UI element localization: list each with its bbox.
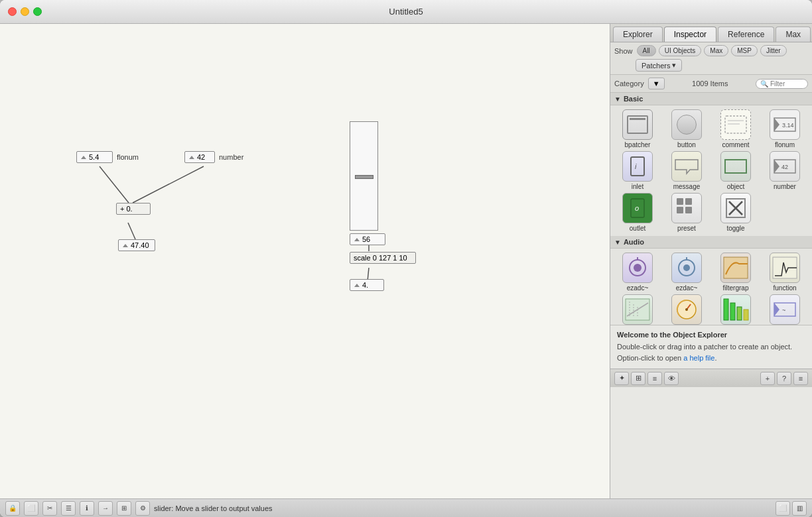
obj-gain[interactable]: gain~ [614,294,661,325]
obj-toggle[interactable]: toggle [712,193,759,232]
svg-point-28 [634,264,642,272]
slider-thumb [355,175,373,179]
filter-msp[interactable]: MSP [731,45,758,56]
tb-info[interactable]: ℹ [80,501,94,516]
items-count: 1009 Items [669,80,752,87]
number-box[interactable]: 42 [184,151,215,163]
filter-search-input[interactable] [770,80,803,87]
maximize-button[interactable] [33,7,42,16]
obj-outlet[interactable]: o outlet [614,193,661,232]
function-svg [772,256,798,280]
obj-ezadc[interactable]: ezadc~ [614,253,661,292]
tb-gear[interactable]: ⚙ [135,501,150,516]
minimize-button[interactable] [21,7,29,16]
scale-box[interactable]: scale 0 127 1 10 [350,252,416,264]
obj-flonum[interactable]: 3.14 flonum [762,109,808,148]
obj-inlet[interactable]: i inlet [614,151,661,190]
section-basic[interactable]: ▼ Basic [610,93,812,105]
rt-btn-eye[interactable]: 👁 [664,372,679,385]
comment-label: comment [722,141,749,148]
right-panel: Explorer Inspector Reference Max Show Al… [610,24,812,498]
welcome-line2-prefix: Option-click to open [617,354,683,362]
rt-btn-menu[interactable]: ≡ [793,372,808,385]
obj-ezdac[interactable]: ezdac~ [663,253,710,292]
outlet-svg: o [626,196,649,220]
rt-btn-list[interactable]: ≡ [647,372,662,385]
number-icon: 42 [770,151,800,182]
category-dropdown[interactable]: ▼ [648,78,665,89]
obj-number[interactable]: 42 number [762,151,808,190]
object-grid-scroll[interactable]: ▼ Basic bpatcher [610,93,812,325]
tab-inspector[interactable]: Inspector [664,27,716,42]
ezadc-label: ezadc~ [627,284,649,292]
filter-max[interactable]: Max [704,45,728,56]
slider-object[interactable] [350,121,378,231]
svg-rect-6 [725,116,746,133]
bpatcher-inner [627,115,648,134]
obj-filtergraph[interactable]: filtergrap [712,253,759,292]
tb-view1[interactable]: ⬜ [776,501,790,516]
section-audio[interactable]: ▼ Audio [610,236,812,249]
welcome-help-link[interactable]: a help file [683,354,714,362]
flonum-value: 5.4 [89,153,99,161]
result-box[interactable]: 47.40 [118,239,155,251]
scale-output-box[interactable]: 4. [350,279,384,291]
tb-list2[interactable]: ☰ [61,501,76,516]
meter-svg [722,298,749,321]
filter-all[interactable]: All [637,45,656,56]
plus-box[interactable]: + 0. [116,203,151,215]
obj-preset[interactable]: preset [663,193,710,232]
plus-value: + 0. [120,205,133,213]
obj-function[interactable]: function [762,253,808,292]
svg-rect-45 [737,307,742,320]
traffic-lights [8,7,42,16]
ezadc-icon [622,253,653,283]
obj-comment[interactable]: comment [712,109,759,148]
obj-button[interactable]: button [663,109,710,148]
obj-numbertilde[interactable]: ~ number~ [762,294,808,325]
function-icon [770,253,800,283]
tb-grid[interactable]: ⊞ [117,501,131,516]
button-label: button [677,141,696,148]
tb-view2[interactable]: ▥ [792,501,807,516]
svg-rect-12 [631,157,644,176]
patchers-button[interactable]: Patchers ▾ [636,59,682,72]
svg-rect-20 [677,198,683,205]
filter-jitter[interactable]: Jitter [760,45,787,56]
inlet-label: inlet [632,183,643,190]
obj-object[interactable]: object [712,151,759,190]
obj-meter[interactable]: meter~ [712,294,759,325]
filter-input-container[interactable]: 🔍 [756,79,808,89]
tab-max[interactable]: Max [776,27,811,42]
patchers-arrow: ▾ [672,61,676,70]
welcome-area: Welcome to the Object Explorer Double-cl… [610,325,812,369]
tb-box[interactable]: ⬜ [24,501,38,516]
tb-lock[interactable]: 🔒 [5,501,20,516]
rt-btn-grid[interactable]: ⊞ [631,372,645,385]
tb-cut[interactable]: ✂ [42,501,57,516]
close-button[interactable] [8,7,17,16]
rt-btn-add[interactable]: + [760,372,775,385]
tab-explorer[interactable]: Explorer [613,27,663,42]
tb-arrow[interactable]: → [98,501,113,516]
slider-output-box[interactable]: 56 [350,233,385,245]
tab-bar: Explorer Inspector Reference Max [610,24,812,42]
welcome-text: Double-click or drag into a patcher to c… [617,341,805,363]
rt-btn-star[interactable]: ✦ [614,372,629,385]
obj-message[interactable]: message [663,151,710,190]
svg-line-0 [100,166,129,203]
obj-bpatcher[interactable]: bpatcher [614,109,661,148]
levelmeter-icon [671,294,702,325]
audio-grid: ezadc~ ezdac~ [610,249,812,325]
obj-levelmeter[interactable]: levelmete [663,294,710,325]
flonum-box[interactable]: 5.4 [76,151,113,163]
object-svg [722,157,749,176]
rt-btn-help[interactable]: ? [777,372,791,385]
canvas-area[interactable]: 5.4 flonum 42 number + 0. 47.40 [0,24,610,498]
toggle-label: toggle [726,225,744,232]
basic-grid: bpatcher button [610,105,812,236]
tab-reference[interactable]: Reference [718,27,774,42]
welcome-line2-suffix: . [714,354,716,362]
svg-rect-14 [725,160,746,173]
filter-ui-objects[interactable]: UI Objects [659,45,702,56]
